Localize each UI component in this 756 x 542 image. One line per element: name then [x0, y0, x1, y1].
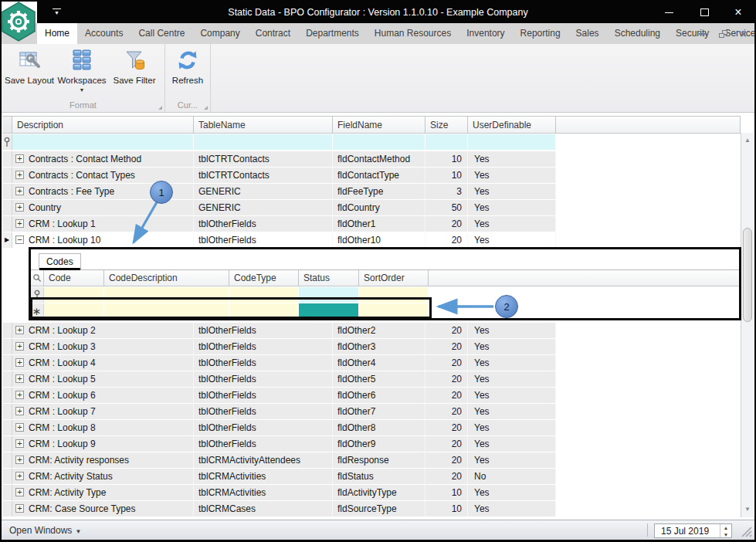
table-row[interactable]: +CRM : Lookup 2tblOtherFieldsfldOther220… — [2, 323, 556, 338]
description-text: CRM : Lookup 7 — [29, 406, 96, 417]
vertical-scrollbar[interactable]: ▲ ▼ — [741, 133, 754, 517]
expand-icon[interactable]: + — [15, 358, 24, 367]
save-layout-button[interactable]: Save Layout — [3, 46, 56, 86]
collapse-icon[interactable]: − — [15, 235, 24, 244]
expand-icon[interactable]: + — [15, 391, 24, 399]
tab-call-centre[interactable]: Call Centre — [131, 23, 192, 44]
expand-icon[interactable]: + — [15, 488, 24, 496]
cell-userdefinable: Yes — [468, 216, 556, 232]
expand-icon[interactable]: + — [15, 326, 24, 334]
tab-reporting[interactable]: Reporting — [513, 23, 568, 44]
mdi-minimize-icon[interactable] — [699, 33, 706, 35]
workspaces-button[interactable]: Workspaces ▼ — [56, 46, 108, 93]
cell-userdefinable: Yes — [468, 151, 556, 167]
resize-grip-icon[interactable] — [740, 525, 752, 537]
dialog-launcher-icon[interactable] — [204, 106, 208, 110]
table-row[interactable]: ▶−CRM : Lookup 10tblOtherFieldsfldOther1… — [2, 232, 556, 248]
tab-human-resources[interactable]: Human Resources — [367, 23, 459, 44]
expand-icon[interactable]: + — [15, 342, 24, 351]
maximize-icon — [700, 8, 709, 16]
table-row[interactable]: +Contracts : Contact MethodtblCTRTContac… — [2, 151, 556, 167]
tab-sales[interactable]: Sales — [568, 23, 607, 44]
minimize-button[interactable] — [657, 2, 680, 23]
tab-accounts[interactable]: Accounts — [77, 23, 131, 44]
column-header-size[interactable]: Size — [425, 116, 468, 134]
table-row[interactable]: +CRM: Activity StatustblCRMActivitiesfld… — [2, 469, 556, 484]
table-row[interactable]: +CRM : Lookup 5tblOtherFieldsfldOther520… — [2, 371, 556, 387]
column-header-userdefinable[interactable]: UserDefinable — [468, 116, 556, 134]
scrollbar-thumb[interactable] — [743, 228, 752, 322]
description-text: Contracts : Fee Type — [29, 186, 114, 197]
table-row[interactable]: +CRM: Activity TypetblCRMActivitiesfldAc… — [2, 485, 556, 500]
cell-tablename: tblCRMActivityAttendees — [194, 452, 333, 468]
cell-size: 20 — [425, 420, 468, 435]
open-windows-button[interactable]: Open Windows▼ — [9, 525, 81, 536]
spin-down-icon[interactable]: ▼ — [720, 531, 731, 538]
expand-icon[interactable]: + — [15, 407, 24, 415]
statusbar-separator — [647, 523, 648, 537]
table-row[interactable]: +CRM : Lookup 8tblOtherFieldsfldOther820… — [2, 420, 556, 435]
table-row[interactable]: +CRM : Lookup 4tblOtherFieldsfldOther420… — [2, 355, 556, 371]
column-header-fieldname[interactable]: FieldName — [333, 116, 425, 134]
table-row[interactable]: +CRM : Lookup 7tblOtherFieldsfldOther720… — [2, 404, 556, 419]
date-editor[interactable]: 15 Jul 2019 ▲ ▼ — [654, 523, 732, 538]
expand-icon[interactable]: + — [15, 154, 24, 163]
description-text: Country — [29, 202, 61, 213]
scroll-up-icon[interactable]: ▲ — [741, 134, 754, 147]
table-row[interactable]: +CRM: Case Source TypestblCRMCasesfldSou… — [2, 501, 556, 517]
expand-icon[interactable]: + — [15, 171, 24, 179]
table-row[interactable]: +Contracts : Fee TypeGENERICfldFeeType3Y… — [2, 184, 556, 199]
filter-cell-size[interactable] — [425, 134, 468, 150]
column-header-tablename[interactable]: TableName — [194, 116, 333, 134]
filter-cell-fieldname[interactable] — [333, 134, 425, 150]
tab-home[interactable]: Home — [37, 23, 77, 44]
table-row[interactable]: +CRM : Lookup 9tblOtherFieldsfldOther920… — [2, 436, 556, 452]
table-row[interactable]: +CountryGENERICfldCountry50Yes — [2, 200, 556, 215]
mdi-close-icon[interactable]: × — [741, 29, 747, 39]
tab-scheduling[interactable]: Scheduling — [607, 23, 668, 44]
spin-up-icon[interactable]: ▲ — [720, 524, 731, 531]
table-row[interactable]: +CRM : Lookup 3tblOtherFieldsfldOther320… — [2, 339, 556, 354]
filter-cell-userdefinable[interactable] — [468, 134, 556, 150]
scroll-down-icon[interactable]: ▼ — [741, 503, 754, 516]
ribbon-group-format: Save Layout — [2, 44, 165, 112]
expand-icon[interactable]: + — [15, 423, 24, 432]
tab-departments[interactable]: Departments — [298, 23, 367, 44]
expand-icon[interactable]: + — [15, 187, 24, 195]
dialog-launcher-icon[interactable] — [158, 106, 162, 110]
table-row[interactable]: +Contracts : Contact TypestblCTRTContact… — [2, 168, 556, 183]
filter-cell-description[interactable] — [12, 134, 194, 150]
date-spinner[interactable]: ▲ ▼ — [720, 524, 731, 537]
cell-tablename: GENERIC — [194, 184, 333, 199]
close-button[interactable]: × — [727, 2, 750, 23]
refresh-button[interactable]: Refresh — [167, 46, 208, 86]
description-text: CRM: Activity Type — [29, 487, 106, 498]
maximize-button[interactable] — [693, 2, 716, 23]
date-value[interactable]: 15 Jul 2019 — [655, 524, 720, 537]
cell-size: 3 — [425, 184, 468, 199]
save-layout-icon — [17, 48, 42, 73]
header-filler-cell — [556, 116, 741, 134]
expand-icon[interactable]: + — [15, 472, 24, 480]
workspaces-icon — [69, 48, 94, 73]
tab-contract[interactable]: Contract — [248, 23, 298, 44]
filter-cell-tablename[interactable] — [194, 134, 333, 150]
expand-icon[interactable]: + — [15, 374, 24, 383]
cell-tablename: tblOtherFields — [194, 371, 333, 387]
tab-company[interactable]: Company — [192, 23, 247, 44]
mdi-restore-icon[interactable] — [719, 30, 727, 38]
table-row[interactable]: +CRM : Lookup 6tblOtherFieldsfldOther620… — [2, 388, 556, 403]
expand-icon[interactable]: + — [15, 203, 24, 212]
expand-icon[interactable]: + — [15, 219, 24, 228]
expand-icon[interactable]: + — [15, 504, 24, 513]
tab-inventory[interactable]: Inventory — [459, 23, 512, 44]
table-row[interactable]: +CRM: Activity responsestblCRMActivityAt… — [2, 452, 556, 468]
cell-size: 20 — [425, 323, 468, 338]
save-filter-button[interactable]: Save Filter — [108, 46, 161, 86]
column-header-description[interactable]: Description — [12, 116, 194, 134]
description-text: CRM : Lookup 1 — [29, 218, 96, 229]
expand-icon[interactable]: + — [15, 439, 24, 448]
expand-icon[interactable]: + — [15, 456, 24, 464]
table-row[interactable]: +CRM : Lookup 1tblOtherFieldsfldOther120… — [2, 216, 556, 232]
cell-userdefinable: Yes — [468, 485, 556, 500]
